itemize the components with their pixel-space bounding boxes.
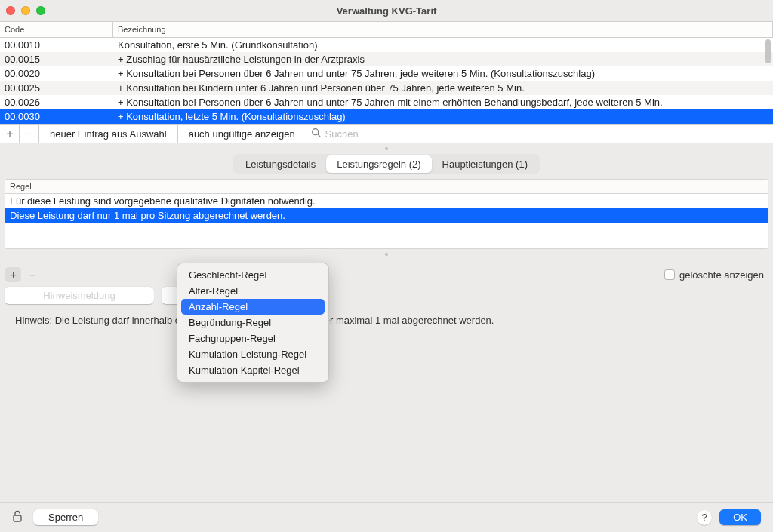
- menu-item-alter[interactable]: Alter-Regel: [181, 283, 325, 299]
- footer: Sperren ? OK: [0, 502, 773, 532]
- search-field[interactable]: [306, 125, 773, 143]
- titlebar: Verwaltung KVG-Tarif: [0, 0, 773, 21]
- lock-icon[interactable]: [12, 510, 23, 524]
- menu-item-kumulation-leistung[interactable]: Kumulation Leistung-Regel: [181, 346, 325, 362]
- menu-item-fachgruppen[interactable]: Fachgruppen-Regel: [181, 331, 325, 346]
- add-rule-button[interactable]: ＋: [5, 267, 21, 282]
- add-button[interactable]: ＋: [0, 125, 20, 143]
- rule-row[interactable]: Diese Leistung darf nur 1 mal pro Sitzun…: [5, 208, 768, 223]
- rule-type-menu[interactable]: Geschlecht-Regel Alter-Regel Anzahl-Rege…: [177, 263, 329, 383]
- zoom-icon[interactable]: [36, 6, 45, 15]
- rules-empty-area: [5, 223, 768, 248]
- table-row[interactable]: 00.0026 + Konsultation bei Personen über…: [0, 95, 773, 109]
- rules-toolbar: ＋ － gelöschte anzeigen: [5, 267, 768, 282]
- menu-item-anzahl[interactable]: Anzahl-Regel: [181, 299, 325, 315]
- remove-button[interactable]: －: [20, 125, 39, 143]
- minimize-icon[interactable]: [21, 6, 30, 15]
- remove-rule-button[interactable]: －: [24, 267, 41, 282]
- table-actionbar: ＋ － neuer Eintrag aus Auswahl auch ungül…: [0, 124, 773, 143]
- search-input[interactable]: [324, 128, 773, 140]
- svg-point-0: [312, 129, 318, 135]
- menu-item-kumulation-kapitel[interactable]: Kumulation Kapitel-Regel: [181, 362, 325, 378]
- hint-buttons: Hinweismeldung: [5, 287, 768, 304]
- sperren-button[interactable]: Sperren: [33, 509, 98, 525]
- split-handle[interactable]: [0, 143, 773, 154]
- table-row[interactable]: 00.0030 + Konsultation, letzte 5 Min. (K…: [0, 109, 773, 124]
- window-title: Verwaltung KVG-Tarif: [45, 5, 728, 17]
- show-deleted-checkbox[interactable]: gelöschte anzeigen: [664, 269, 764, 281]
- col-code[interactable]: Code: [0, 22, 113, 37]
- help-button[interactable]: ?: [697, 510, 712, 525]
- table-header: Code Bezeichnung: [0, 22, 773, 38]
- svg-rect-2: [14, 515, 21, 521]
- tab-rules[interactable]: Leistungsregeln (2): [326, 155, 431, 173]
- table-row[interactable]: 00.0015 + Zuschlag für hausärztliche Lei…: [0, 52, 773, 66]
- tab-details[interactable]: Leistungsdetails: [235, 155, 326, 173]
- table-row[interactable]: 00.0010 Konsultation, erste 5 Min. (Grun…: [0, 38, 773, 52]
- menu-item-geschlecht[interactable]: Geschlecht-Regel: [181, 267, 325, 283]
- search-icon: [311, 128, 321, 140]
- tab-main[interactable]: Hauptleistungen (1): [432, 155, 538, 173]
- hint-text: Hinweis: Die Leistung darf innerhalb ein…: [15, 315, 758, 326]
- new-from-selection-button[interactable]: neuer Eintrag aus Auswahl: [39, 125, 178, 143]
- rule-row[interactable]: Für diese Leistung sind vorgegebene qual…: [5, 194, 768, 208]
- show-invalid-button[interactable]: auch ungültige anzeigen: [178, 125, 306, 143]
- rules-table: Regel Für diese Leistung sind vorgegeben…: [5, 179, 768, 249]
- col-desc[interactable]: Bezeichnung: [113, 22, 773, 37]
- table-row[interactable]: 00.0020 + Konsultation bei Personen über…: [0, 66, 773, 81]
- ok-button[interactable]: OK: [719, 509, 761, 525]
- rules-header[interactable]: Regel: [5, 180, 768, 194]
- tariff-table: Code Bezeichnung 00.0010 Konsultation, e…: [0, 21, 773, 124]
- window-controls: [6, 6, 45, 15]
- table-scrollbar[interactable]: [762, 21, 773, 131]
- svg-line-1: [318, 134, 320, 137]
- table-row[interactable]: 00.0025 + Konsultation bei Kindern unter…: [0, 81, 773, 95]
- close-icon[interactable]: [6, 6, 15, 15]
- checkbox-icon: [664, 269, 675, 280]
- menu-item-begruendung[interactable]: Begründung-Regel: [181, 315, 325, 331]
- detail-tabs: Leistungsdetails Leistungsregeln (2) Hau…: [0, 154, 773, 174]
- hinweismeldung-button[interactable]: Hinweismeldung: [5, 287, 154, 304]
- scrollbar-thumb[interactable]: [765, 39, 771, 63]
- split-handle[interactable]: [0, 249, 773, 260]
- show-deleted-label: gelöschte anzeigen: [679, 269, 764, 281]
